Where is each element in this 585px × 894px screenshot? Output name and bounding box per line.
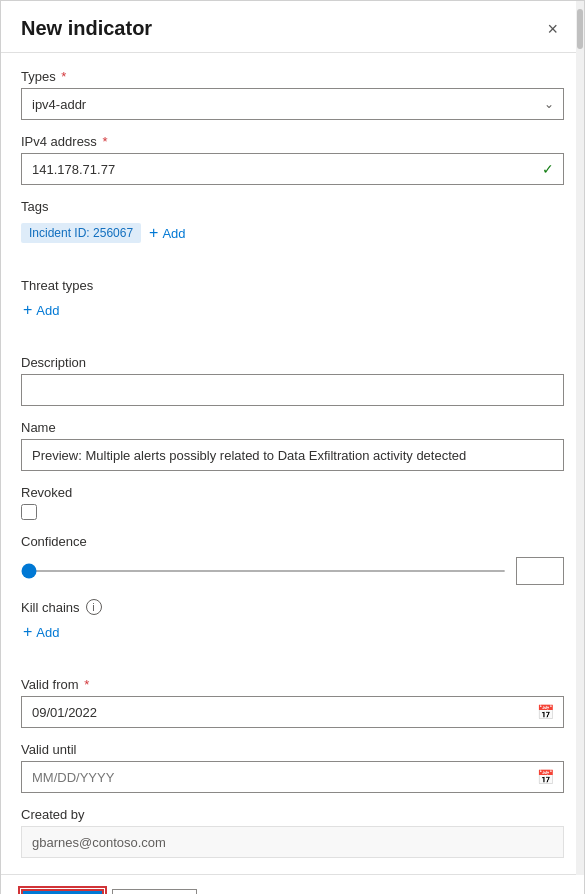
confidence-slider[interactable] — [21, 570, 506, 572]
valid-from-label: Valid from * — [21, 677, 564, 692]
threat-types-add-button[interactable]: + Add — [21, 297, 564, 323]
valid-until-calendar-icon[interactable]: 📅 — [537, 769, 554, 785]
name-input[interactable] — [21, 439, 564, 471]
valid-until-input[interactable] — [21, 761, 564, 793]
kill-chains-add-button[interactable]: + Add — [21, 619, 564, 645]
threat-types-label: Threat types — [21, 278, 564, 293]
close-button[interactable]: × — [541, 18, 564, 40]
valid-until-input-wrapper: 📅 — [21, 761, 564, 793]
new-indicator-dialog: New indicator × Types * ipv4-addr ipv6-a… — [0, 0, 585, 894]
kill-chains-info-icon: i — [86, 599, 102, 615]
description-field-group: Description — [21, 355, 564, 406]
revoked-field-group: Revoked — [21, 485, 564, 520]
ipv4-required-star: * — [99, 134, 108, 149]
name-field-group: Name — [21, 420, 564, 471]
dialog-footer: Apply Cancel — [1, 874, 584, 894]
created-by-label: Created by — [21, 807, 564, 822]
revoked-checkbox-wrapper — [21, 504, 564, 520]
tags-add-button[interactable]: + Add — [147, 220, 187, 246]
valid-from-required-star: * — [81, 677, 90, 692]
tags-field-group: Tags Incident ID: 256067 + Add — [21, 199, 564, 246]
types-select-wrapper: ipv4-addr ipv6-addr domain-name url file… — [21, 88, 564, 120]
valid-until-label: Valid until — [21, 742, 564, 757]
ipv4-field-group: IPv4 address * ✓ — [21, 134, 564, 185]
created-by-field-group: Created by — [21, 807, 564, 858]
created-by-input — [21, 826, 564, 858]
dialog-title: New indicator — [21, 17, 152, 40]
valid-from-input-wrapper: 📅 — [21, 696, 564, 728]
revoked-label: Revoked — [21, 485, 564, 500]
revoked-checkbox[interactable] — [21, 504, 37, 520]
name-label: Name — [21, 420, 564, 435]
kill-chains-label-row: Kill chains i — [21, 599, 564, 615]
kill-chains-label: Kill chains — [21, 600, 80, 615]
dialog-header: New indicator × — [1, 1, 584, 53]
tags-add-plus-icon: + — [149, 224, 158, 242]
tag-chip-incident: Incident ID: 256067 — [21, 223, 141, 243]
description-label: Description — [21, 355, 564, 370]
scrollbar-track[interactable] — [576, 1, 584, 875]
scrollbar-thumb[interactable] — [577, 9, 583, 49]
types-label: Types * — [21, 69, 564, 84]
confidence-field-group: Confidence — [21, 534, 564, 585]
threat-types-section: Threat types + Add — [21, 278, 564, 323]
description-input[interactable] — [21, 374, 564, 406]
apply-button[interactable]: Apply — [21, 889, 104, 894]
tags-label: Tags — [21, 199, 564, 214]
cancel-button[interactable]: Cancel — [112, 889, 198, 894]
types-select[interactable]: ipv4-addr ipv6-addr domain-name url file… — [21, 88, 564, 120]
valid-from-field-group: Valid from * 📅 — [21, 677, 564, 728]
kill-chains-section: Kill chains i + Add — [21, 599, 564, 645]
ipv4-label: IPv4 address * — [21, 134, 564, 149]
ipv4-input[interactable] — [21, 153, 564, 185]
kill-chains-add-plus-icon: + — [23, 623, 32, 641]
dialog-body: Types * ipv4-addr ipv6-addr domain-name … — [1, 53, 584, 874]
check-icon: ✓ — [542, 161, 554, 177]
threat-types-add-plus-icon: + — [23, 301, 32, 319]
confidence-label: Confidence — [21, 534, 564, 549]
confidence-slider-wrapper — [21, 557, 564, 585]
types-required-star: * — [58, 69, 67, 84]
valid-until-field-group: Valid until 📅 — [21, 742, 564, 793]
tags-container: Incident ID: 256067 + Add — [21, 220, 564, 246]
confidence-value-input[interactable] — [516, 557, 564, 585]
types-field-group: Types * ipv4-addr ipv6-addr domain-name … — [21, 69, 564, 120]
ipv4-input-wrapper: ✓ — [21, 153, 564, 185]
valid-from-calendar-icon[interactable]: 📅 — [537, 704, 554, 720]
valid-from-input[interactable] — [21, 696, 564, 728]
